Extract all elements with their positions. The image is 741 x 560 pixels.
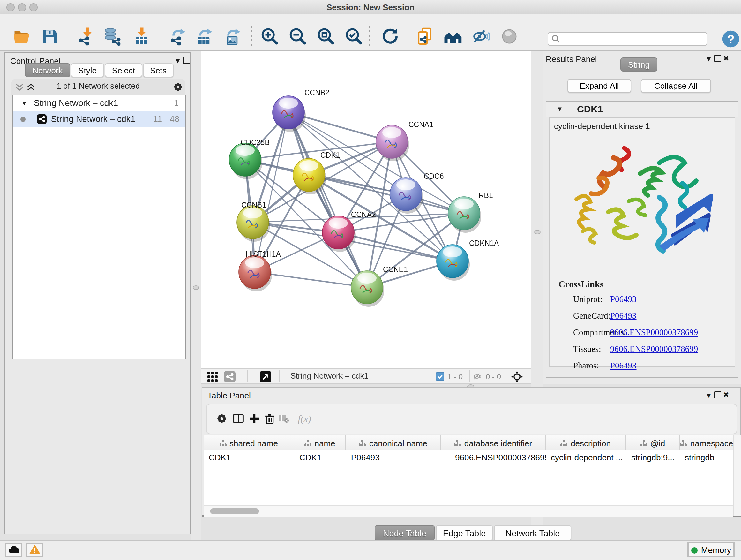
scrollbar-thumb[interactable]	[210, 508, 259, 514]
collapse-panel-icon[interactable]: ▼	[705, 55, 712, 63]
cell-name[interactable]: CDK1	[294, 450, 346, 465]
tab-select[interactable]: Select	[105, 63, 142, 77]
crosslink-link[interactable]: 9606.ENSP00000378699	[610, 344, 698, 354]
cell-canonical-name[interactable]: P06493	[346, 450, 441, 465]
network-canvas[interactable]: CCNB2CCNA1CDC25BCDK1CDC6RB1CCNB1CCNA2CDK…	[201, 51, 531, 368]
tab-edge-table[interactable]: Edge Table	[436, 525, 493, 541]
splitter-handle[interactable]	[193, 286, 199, 290]
column-header-namespace[interactable]: namespace	[680, 435, 733, 451]
import-table-button[interactable]	[132, 27, 151, 46]
crosshair-icon[interactable]	[511, 371, 523, 382]
crosslink-link[interactable]: P06493	[610, 311, 636, 321]
column-header-shared-name[interactable]: shared name	[204, 435, 294, 451]
network-node-ccnb2[interactable]: CCNB2	[273, 88, 329, 132]
open-session-button[interactable]	[12, 27, 31, 46]
close-panel-icon[interactable]: ✖	[723, 54, 729, 62]
zoom-fit-button[interactable]	[316, 27, 335, 46]
network-view[interactable]: CCNB2CCNA1CDC25BCDK1CDC6RB1CCNB1CCNA2CDK…	[201, 51, 531, 368]
crosslink-link[interactable]: P06493	[610, 294, 636, 305]
crosslink-link[interactable]: 9606.ENSP00000378699	[610, 327, 698, 338]
zoom-in-button[interactable]	[260, 27, 279, 46]
network-node-cdkn1a[interactable]: CDKN1A	[436, 239, 499, 281]
collapse-all-button[interactable]: Collapse All	[641, 79, 711, 92]
cell-description[interactable]: cyclin-dependent ...	[546, 450, 626, 465]
save-session-button[interactable]	[40, 27, 59, 46]
close-panel-icon[interactable]: ✖	[723, 391, 729, 398]
tab-string[interactable]: String	[620, 57, 657, 71]
export-image-button[interactable]	[223, 27, 242, 46]
table-options-button[interactable]	[216, 413, 227, 425]
birdseye-view-icon[interactable]	[260, 371, 271, 382]
export-network-button[interactable]	[168, 27, 187, 46]
tab-network-table[interactable]: Network Table	[494, 525, 571, 541]
zoom-out-button[interactable]	[288, 27, 307, 46]
network-edge[interactable]	[255, 112, 288, 272]
gene-detail-box: cyclin-dependent kinase 1	[549, 118, 735, 367]
network-node-cdc6[interactable]: CDC6	[390, 172, 444, 213]
show-columns-button[interactable]	[232, 413, 244, 425]
collapse-panel-icon[interactable]: ▼	[705, 391, 712, 399]
network-row-selected[interactable]: String Network – cdk1 11 48	[13, 111, 185, 127]
column-header-canonical-name[interactable]: canonical name	[346, 435, 441, 451]
column-type-icon	[219, 440, 226, 447]
hide-selected-button[interactable]	[472, 27, 491, 46]
network-edge[interactable]	[288, 112, 367, 287]
float-panel-icon[interactable]	[714, 391, 721, 398]
network-collection-row[interactable]: ▼ String Network – cdk1 1	[13, 95, 185, 111]
tab-node-table[interactable]: Node Table	[375, 525, 434, 541]
collapse-gene-icon[interactable]: ▼	[556, 105, 563, 112]
import-network-from-database-button[interactable]	[103, 27, 122, 46]
float-panel-icon[interactable]	[183, 57, 190, 64]
import-network-button[interactable]	[76, 27, 95, 46]
vertical-scrollbar[interactable]	[733, 435, 741, 516]
tab-sets[interactable]: Sets	[143, 63, 174, 77]
cell-shared-name[interactable]: CDK1	[204, 450, 294, 465]
column-type-icon	[304, 440, 311, 447]
column-header-database-identifier[interactable]: database identifier	[441, 435, 546, 451]
network-node-cdk1[interactable]: CDK1	[293, 151, 340, 194]
tab-style[interactable]: Style	[71, 63, 104, 77]
memory-button[interactable]: Memory	[687, 542, 735, 557]
cell-namespace[interactable]: stringdb	[680, 450, 733, 465]
gene-header[interactable]: ▼ CDK1	[546, 102, 738, 118]
network-node-ccna1[interactable]: CCNA1	[376, 120, 433, 161]
column-type-icon	[560, 440, 567, 447]
horizontal-scrollbar[interactable]	[204, 505, 733, 516]
create-column-button[interactable]	[248, 413, 260, 425]
delete-column-button[interactable]	[264, 413, 275, 425]
function-builder-button[interactable]: f(x)	[293, 413, 315, 425]
cell-database-identifier[interactable]: 9606.ENSP00000378699	[441, 450, 546, 465]
first-neighbors-button[interactable]	[444, 27, 463, 46]
float-panel-icon[interactable]	[714, 55, 721, 62]
tree-expander-icon[interactable]: ▼	[21, 95, 27, 111]
collapse-panel-icon[interactable]: ▼	[174, 57, 181, 64]
selected-checkbox-icon[interactable]	[436, 372, 444, 381]
cloud-status-button[interactable]	[5, 543, 22, 557]
tab-network[interactable]: Network	[25, 63, 70, 77]
warning-status-button[interactable]	[26, 543, 44, 557]
network-node-hist1h1a[interactable]: HIST1H1A	[239, 250, 281, 292]
hidden-eye-icon[interactable]	[473, 372, 482, 381]
cell-id[interactable]: stringdb:9...	[626, 450, 680, 465]
network-node-ccnb1[interactable]: CCNB1	[237, 201, 270, 242]
clone-network-button[interactable]	[415, 27, 434, 46]
refresh-button[interactable]	[381, 27, 400, 46]
zoom-selected-button[interactable]	[344, 27, 363, 46]
show-all-button[interactable]	[500, 27, 519, 46]
column-header-description[interactable]: description	[546, 435, 626, 451]
export-table-button[interactable]	[195, 27, 214, 46]
search-input[interactable]	[563, 33, 705, 45]
left-splitter[interactable]	[191, 51, 201, 540]
crosslink-link[interactable]: P06493	[610, 361, 636, 371]
splitter-handle[interactable]	[534, 230, 541, 234]
column-header-id[interactable]: @id	[626, 435, 680, 451]
options-gear-icon[interactable]	[173, 82, 183, 92]
network-node-cdc25b[interactable]: CDC25B	[229, 138, 270, 179]
column-header-name[interactable]: name	[294, 435, 346, 451]
network-node-rb1[interactable]: RB1	[448, 191, 493, 233]
help-button[interactable]: ?	[721, 29, 740, 49]
delete-table-button[interactable]	[278, 413, 290, 425]
expand-all-button[interactable]: Expand All	[567, 79, 631, 92]
grid-view-icon[interactable]	[207, 372, 218, 382]
share-view-icon[interactable]	[224, 371, 235, 382]
